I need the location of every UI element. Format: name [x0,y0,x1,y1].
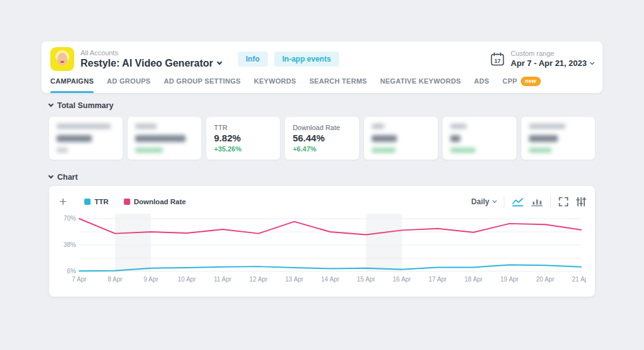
blurred-change [135,148,163,153]
add-metric-button[interactable]: + [58,195,68,208]
header-card: All Accounts Restyle: AI Video Generator… [42,41,602,93]
date-range-texts: Custom range Apr 7 - Apr 21, 2023 [511,50,594,68]
app-title-text: Restyle: AI Video Generator [80,57,213,70]
tab-ad-group-settings[interactable]: AD GROUP SETTINGS [164,72,240,93]
app-icon [50,47,74,71]
svg-text:16 Apr: 16 Apr [393,276,412,283]
svg-text:13 Apr: 13 Apr [286,276,304,283]
tab-ad-groups[interactable]: AD GROUPS [107,72,150,93]
svg-text:15 Apr: 15 Apr [357,276,376,283]
metric-value: 56.44% [292,133,351,143]
legend-item-ttr[interactable]: TTR [84,198,108,205]
account-label: All Accounts [80,49,221,57]
date-range-value: Apr 7 - Apr 21, 2023 [511,58,594,68]
svg-text:6%: 6% [67,268,77,275]
metric-change: +6.47% [292,145,351,153]
app-titles: All Accounts Restyle: AI Video Generator [80,49,221,70]
chart-toolbar: + TTR Download Rate Daily [58,192,586,211]
blurred-value [135,135,186,142]
summary-card-blurred-5 [521,117,595,160]
chart-settings-sliders-icon[interactable] [576,197,586,207]
granularity-dropdown[interactable]: Daily [471,197,496,206]
metric-label: TTR [214,124,272,131]
chart-section-title: Chart [57,173,78,182]
dashboard-page: All Accounts Restyle: AI Video Generator… [0,0,644,350]
svg-text:17: 17 [494,58,501,64]
summary-card-ttr: TTR 9.82% +35.26% [206,117,280,160]
svg-text:11 Apr: 11 Apr [214,276,232,283]
blurred-change [529,148,552,153]
app-selector[interactable]: Restyle: AI Video Generator [80,57,221,70]
ttr-swatch [84,199,91,205]
blurred-label [372,124,384,129]
inapp-events-button[interactable]: In-app events [274,52,339,67]
summary-card-blurred-4 [443,117,516,160]
svg-text:12 Apr: 12 Apr [250,276,269,283]
toolbar-divider [550,196,551,207]
chevron-down-icon [590,60,594,64]
svg-text:19 Apr: 19 Apr [501,276,519,283]
svg-text:70%: 70% [64,215,76,222]
tab-keywords[interactable]: KEYWORDS [254,72,296,93]
tab-campaigns[interactable]: CAMPAIGNS [50,72,94,93]
chevron-down-icon [216,60,221,65]
svg-text:38%: 38% [64,241,76,248]
metric-label: Download Rate [292,124,351,131]
blurred-label [135,124,157,129]
svg-text:20 Apr: 20 Apr [536,276,555,283]
fullscreen-icon[interactable] [558,197,569,207]
svg-text:7 Apr: 7 Apr [72,276,87,283]
blurred-value [57,135,92,142]
summary-card-blurred-2 [128,117,201,160]
blurred-value [450,135,460,142]
blurred-subtext [57,148,68,153]
chart-section-toggle[interactable]: Chart [49,173,78,182]
legend-item-download-rate[interactable]: Download Rate [124,198,186,205]
tab-search-terms[interactable]: SEARCH TERMS [309,72,367,93]
date-range-label: Custom range [511,50,594,58]
chevron-down-icon [48,173,53,178]
tab-negative-keywords[interactable]: NEGATIVE KEYWORDS [380,72,460,93]
summary-cards-row: TTR 9.82% +35.26% Download Rate 56.44% +… [49,117,595,160]
blurred-label [529,124,565,129]
blurred-change [372,148,396,153]
chevron-down-icon [48,102,53,107]
svg-text:14 Apr: 14 Apr [321,276,340,283]
chart-canvas[interactable]: 70%38%6%7 Apr8 Apr9 Apr10 Apr11 Apr12 Ap… [58,211,586,293]
header-top-row: All Accounts Restyle: AI Video Generator… [42,41,602,72]
blurred-label [450,124,467,129]
tab-ads[interactable]: ADS [474,72,489,93]
svg-text:17 Apr: 17 Apr [429,276,448,283]
blurred-value [529,135,558,142]
summary-card-download-rate: Download Rate 56.44% +6.47% [285,117,358,160]
line-chart-view-icon[interactable] [512,197,524,207]
tab-cpp[interactable]: CPP new [502,72,541,93]
svg-text:18 Apr: 18 Apr [465,276,484,283]
calendar-icon: 17 [490,52,505,67]
svg-text:10 Apr: 10 Apr [178,276,197,283]
chart-legend: TTR Download Rate [84,198,186,205]
bar-chart-view-icon[interactable] [531,197,543,207]
svg-text:8 Apr: 8 Apr [108,276,123,283]
svg-text:9 Apr: 9 Apr [143,276,158,283]
date-range-picker[interactable]: 17 Custom range Apr 7 - Apr 21, 2023 [490,50,594,68]
legend-label: TTR [94,198,108,205]
info-button[interactable]: Info [238,52,268,67]
svg-text:21 Apr: 21 Apr [572,276,586,283]
metric-change: +35.26% [214,145,272,153]
download-rate-swatch [124,199,130,205]
total-summary-toggle[interactable]: Total Summary [49,101,113,110]
new-badge: new [521,77,541,86]
summary-card-blurred-1 [49,117,123,160]
toolbar-divider [504,196,504,207]
chevron-down-icon [492,199,497,203]
total-summary-title: Total Summary [57,101,113,110]
chart-card: + TTR Download Rate Daily [49,186,595,297]
metric-value: 9.82% [214,133,272,143]
blurred-label [57,124,111,129]
blurred-change [450,148,475,153]
tab-bar: CAMPAIGNS AD GROUPS AD GROUP SETTINGS KE… [42,72,602,93]
chart-toolbar-right: Daily [471,196,586,207]
summary-card-blurred-3 [364,117,438,160]
legend-label: Download Rate [134,198,186,205]
